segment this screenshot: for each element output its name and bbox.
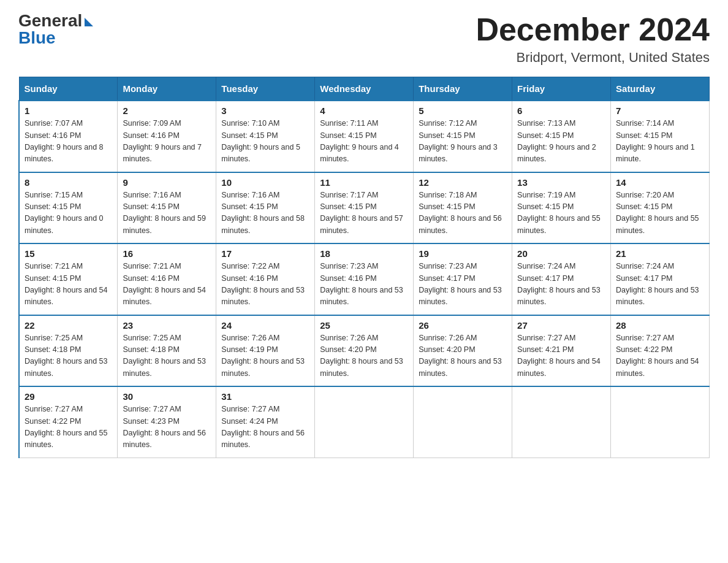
- day-info: Sunrise: 7:14 AMSunset: 4:15 PMDaylight:…: [616, 118, 704, 166]
- header-tuesday: Tuesday: [216, 77, 315, 101]
- day-number: 26: [419, 320, 507, 331]
- day-number: 31: [221, 391, 309, 402]
- day-info: Sunrise: 7:11 AMSunset: 4:15 PMDaylight:…: [320, 118, 408, 166]
- location-title: Bridport, Vermont, United States: [476, 50, 710, 66]
- day-cell: 26Sunrise: 7:26 AMSunset: 4:20 PMDayligh…: [414, 315, 512, 387]
- day-number: 3: [221, 105, 309, 116]
- day-info: Sunrise: 7:25 AMSunset: 4:18 PMDaylight:…: [123, 332, 211, 380]
- day-number: 27: [517, 320, 605, 331]
- day-info: Sunrise: 7:25 AMSunset: 4:18 PMDaylight:…: [25, 332, 112, 380]
- day-cell: 30Sunrise: 7:27 AMSunset: 4:23 PMDayligh…: [118, 386, 216, 458]
- day-info: Sunrise: 7:21 AMSunset: 4:16 PMDaylight:…: [123, 261, 211, 308]
- day-info: Sunrise: 7:16 AMSunset: 4:15 PMDaylight:…: [123, 190, 211, 237]
- week-row-4: 22Sunrise: 7:25 AMSunset: 4:18 PMDayligh…: [19, 315, 710, 387]
- day-number: 24: [221, 320, 309, 331]
- day-info: Sunrise: 7:23 AMSunset: 4:16 PMDaylight:…: [320, 261, 408, 308]
- day-info: Sunrise: 7:26 AMSunset: 4:20 PMDaylight:…: [419, 332, 507, 380]
- day-number: 18: [320, 248, 408, 259]
- day-cell: [611, 386, 710, 458]
- header-sunday: Sunday: [19, 77, 118, 101]
- day-info: Sunrise: 7:26 AMSunset: 4:19 PMDaylight:…: [221, 332, 309, 380]
- week-row-3: 15Sunrise: 7:21 AMSunset: 4:15 PMDayligh…: [19, 243, 710, 315]
- day-info: Sunrise: 7:21 AMSunset: 4:15 PMDaylight:…: [25, 261, 112, 308]
- day-number: 20: [517, 248, 605, 259]
- page-header: General Blue December 2024 Bridport, Ver…: [18, 12, 710, 66]
- month-title: December 2024: [476, 12, 710, 47]
- week-row-5: 29Sunrise: 7:27 AMSunset: 4:22 PMDayligh…: [19, 386, 710, 458]
- day-cell: 18Sunrise: 7:23 AMSunset: 4:16 PMDayligh…: [315, 243, 414, 315]
- day-number: 10: [221, 177, 309, 188]
- day-number: 7: [616, 105, 704, 116]
- day-cell: 1Sunrise: 7:07 AMSunset: 4:16 PMDaylight…: [19, 101, 118, 172]
- header-thursday: Thursday: [414, 77, 512, 101]
- day-cell: 2Sunrise: 7:09 AMSunset: 4:16 PMDaylight…: [118, 101, 216, 172]
- day-number: 15: [25, 248, 112, 259]
- day-number: 25: [320, 320, 408, 331]
- day-cell: 14Sunrise: 7:20 AMSunset: 4:15 PMDayligh…: [611, 172, 710, 244]
- header-friday: Friday: [512, 77, 611, 101]
- logo-blue-text: Blue: [18, 29, 56, 47]
- day-info: Sunrise: 7:17 AMSunset: 4:15 PMDaylight:…: [320, 190, 408, 237]
- day-number: 2: [123, 105, 211, 116]
- day-info: Sunrise: 7:12 AMSunset: 4:15 PMDaylight:…: [419, 118, 507, 166]
- day-number: 1: [25, 105, 112, 116]
- day-number: 29: [25, 391, 112, 402]
- day-info: Sunrise: 7:27 AMSunset: 4:21 PMDaylight:…: [517, 332, 605, 380]
- day-cell: [512, 386, 611, 458]
- day-info: Sunrise: 7:18 AMSunset: 4:15 PMDaylight:…: [419, 190, 507, 237]
- day-cell: 16Sunrise: 7:21 AMSunset: 4:16 PMDayligh…: [118, 243, 216, 315]
- day-info: Sunrise: 7:27 AMSunset: 4:24 PMDaylight:…: [221, 404, 309, 451]
- day-info: Sunrise: 7:20 AMSunset: 4:15 PMDaylight:…: [616, 190, 704, 237]
- day-info: Sunrise: 7:24 AMSunset: 4:17 PMDaylight:…: [616, 261, 704, 308]
- day-cell: 6Sunrise: 7:13 AMSunset: 4:15 PMDaylight…: [512, 101, 611, 172]
- day-number: 21: [616, 248, 704, 259]
- day-cell: 21Sunrise: 7:24 AMSunset: 4:17 PMDayligh…: [611, 243, 710, 315]
- day-cell: 3Sunrise: 7:10 AMSunset: 4:15 PMDaylight…: [216, 101, 315, 172]
- day-info: Sunrise: 7:16 AMSunset: 4:15 PMDaylight:…: [221, 190, 309, 237]
- day-cell: 5Sunrise: 7:12 AMSunset: 4:15 PMDaylight…: [414, 101, 512, 172]
- day-number: 30: [123, 391, 211, 402]
- day-info: Sunrise: 7:13 AMSunset: 4:15 PMDaylight:…: [517, 118, 605, 166]
- day-cell: 11Sunrise: 7:17 AMSunset: 4:15 PMDayligh…: [315, 172, 414, 244]
- day-number: 19: [419, 248, 507, 259]
- day-info: Sunrise: 7:24 AMSunset: 4:17 PMDaylight:…: [517, 261, 605, 308]
- header-monday: Monday: [118, 77, 216, 101]
- day-number: 4: [320, 105, 408, 116]
- day-number: 13: [517, 177, 605, 188]
- header-saturday: Saturday: [611, 77, 710, 101]
- day-number: 11: [320, 177, 408, 188]
- day-number: 5: [419, 105, 507, 116]
- day-number: 14: [616, 177, 704, 188]
- day-info: Sunrise: 7:07 AMSunset: 4:16 PMDaylight:…: [25, 118, 112, 166]
- calendar-table: SundayMondayTuesdayWednesdayThursdayFrid…: [18, 77, 710, 458]
- header-wednesday: Wednesday: [315, 77, 414, 101]
- day-cell: 25Sunrise: 7:26 AMSunset: 4:20 PMDayligh…: [315, 315, 414, 387]
- day-cell: [315, 386, 414, 458]
- day-info: Sunrise: 7:22 AMSunset: 4:16 PMDaylight:…: [221, 261, 309, 308]
- day-info: Sunrise: 7:27 AMSunset: 4:22 PMDaylight:…: [25, 404, 112, 451]
- week-row-2: 8Sunrise: 7:15 AMSunset: 4:15 PMDaylight…: [19, 172, 710, 244]
- day-cell: 15Sunrise: 7:21 AMSunset: 4:15 PMDayligh…: [19, 243, 118, 315]
- day-cell: 10Sunrise: 7:16 AMSunset: 4:15 PMDayligh…: [216, 172, 315, 244]
- day-cell: 23Sunrise: 7:25 AMSunset: 4:18 PMDayligh…: [118, 315, 216, 387]
- day-cell: 9Sunrise: 7:16 AMSunset: 4:15 PMDaylight…: [118, 172, 216, 244]
- day-info: Sunrise: 7:09 AMSunset: 4:16 PMDaylight:…: [123, 118, 211, 166]
- day-number: 22: [25, 320, 112, 331]
- day-number: 23: [123, 320, 211, 331]
- day-info: Sunrise: 7:15 AMSunset: 4:15 PMDaylight:…: [25, 190, 112, 237]
- day-info: Sunrise: 7:27 AMSunset: 4:22 PMDaylight:…: [616, 332, 704, 380]
- logo: General Blue: [18, 12, 93, 47]
- day-cell: 17Sunrise: 7:22 AMSunset: 4:16 PMDayligh…: [216, 243, 315, 315]
- day-cell: 24Sunrise: 7:26 AMSunset: 4:19 PMDayligh…: [216, 315, 315, 387]
- day-number: 16: [123, 248, 211, 259]
- title-block: December 2024 Bridport, Vermont, United …: [476, 12, 710, 66]
- week-row-1: 1Sunrise: 7:07 AMSunset: 4:16 PMDaylight…: [19, 101, 710, 172]
- day-cell: [414, 386, 512, 458]
- day-info: Sunrise: 7:19 AMSunset: 4:15 PMDaylight:…: [517, 190, 605, 237]
- day-cell: 28Sunrise: 7:27 AMSunset: 4:22 PMDayligh…: [611, 315, 710, 387]
- day-info: Sunrise: 7:27 AMSunset: 4:23 PMDaylight:…: [123, 404, 211, 451]
- day-cell: 29Sunrise: 7:27 AMSunset: 4:22 PMDayligh…: [19, 386, 118, 458]
- day-info: Sunrise: 7:23 AMSunset: 4:17 PMDaylight:…: [419, 261, 507, 308]
- day-info: Sunrise: 7:10 AMSunset: 4:15 PMDaylight:…: [221, 118, 309, 166]
- day-number: 6: [517, 105, 605, 116]
